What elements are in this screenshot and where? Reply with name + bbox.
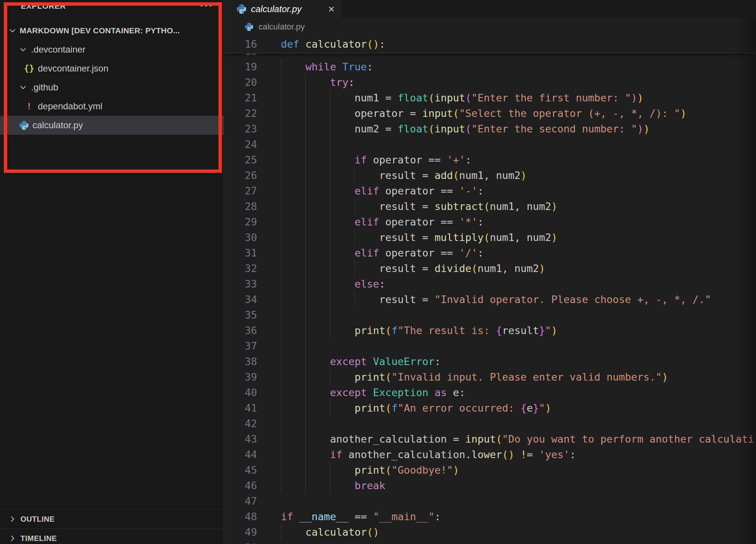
line-number: 27 — [224, 183, 257, 199]
code-text: if __name__ == "__main__": — [281, 509, 441, 524]
code-line-44[interactable]: 44 if another_calculation.lower() != 'ye… — [224, 447, 756, 462]
code-line-49[interactable]: 49 calculator() — [224, 524, 756, 540]
code-line-29[interactable]: 29 elif operator == '*': — [224, 214, 756, 230]
code-text: elif operator == '-': — [281, 183, 483, 199]
code-text: while True: — [281, 59, 373, 75]
code-line-33[interactable]: 33 else: — [224, 276, 756, 292]
line-number: 42 — [224, 416, 257, 431]
code-line-30[interactable]: 30 result = multiply(num1, num2) — [224, 230, 756, 245]
code-line-23[interactable]: 23 num2 = float(input("Enter the second … — [224, 121, 756, 137]
code-line-22[interactable]: 22 operator = input("Select the operator… — [224, 106, 756, 121]
sidebar-item-calculator-py[interactable]: calculator.py — [0, 116, 242, 135]
sidebar-item-devcontainer[interactable]: .devcontainer — [0, 40, 242, 59]
sidebar-item-markdown-dev-container-pytho[interactable]: MARKDOWN [DEV CONTAINER: PYTHO... — [0, 21, 231, 40]
code-line-35[interactable]: 35 — [224, 307, 756, 323]
code-text: print("Invalid input. Please enter valid… — [281, 369, 668, 385]
line-number: 48 — [224, 509, 257, 524]
tab-calculator-py[interactable]: calculator.py ✕ — [224, 0, 342, 18]
code-text: result = divide(num1, num2) — [281, 261, 545, 276]
line-number: 45 — [224, 462, 257, 478]
chevron-right-icon — [8, 534, 17, 542]
python-icon — [243, 22, 255, 31]
code-line-20[interactable]: 20 try: — [224, 75, 756, 90]
line-number: 50 — [224, 540, 257, 544]
line-number: 37 — [224, 338, 257, 354]
item-label: calculator.py — [33, 120, 83, 131]
code-line-50[interactable]: 50 — [224, 540, 756, 544]
chevron-down-icon[interactable] — [8, 26, 17, 35]
line-number: 35 — [224, 307, 257, 323]
code-line-27[interactable]: 27 elif operator == '-': — [224, 183, 756, 199]
code-line-32[interactable]: 32 result = divide(num1, num2) — [224, 261, 756, 276]
code-text: def calculator(): — [281, 36, 385, 53]
sidebar-item-github[interactable]: .github — [0, 78, 242, 97]
item-label: .devcontainer — [31, 44, 85, 55]
sticky-scroll-line[interactable]: 16def calculator(): — [224, 36, 756, 53]
line-number: 40 — [224, 385, 257, 400]
code-line-38[interactable]: 38 except ValueError: — [224, 354, 756, 369]
code-text: another_calculation = input("Do you want… — [281, 431, 754, 447]
code-line-31[interactable]: 31 elif operator == '/': — [224, 245, 756, 261]
item-label: devcontainer.json — [38, 63, 108, 74]
code-line-37[interactable]: 37 — [224, 338, 756, 354]
code-line-42[interactable]: 42 — [224, 416, 756, 431]
code-line-45[interactable]: 45 print("Goodbye!") — [224, 462, 756, 478]
line-number: 38 — [224, 354, 257, 369]
line-number: 20 — [224, 75, 257, 90]
indent-guide — [330, 307, 330, 323]
code-line-48[interactable]: 48if __name__ == "__main__": — [224, 509, 756, 524]
code-text: result = subtract(num1, num2) — [281, 199, 558, 214]
sidebar-item-dependabot-yml[interactable]: !dependabot.yml — [0, 97, 247, 116]
code-line-24[interactable]: 24 — [224, 137, 756, 152]
more-actions-icon[interactable]: ··· — [200, 0, 214, 12]
line-number: 47 — [224, 493, 257, 509]
code-line-26[interactable]: 26 result = add(num1, num2) — [224, 168, 756, 183]
chevron-down-icon[interactable] — [18, 45, 28, 54]
code-line-34[interactable]: 34 result = "Invalid operator. Please ch… — [224, 292, 756, 307]
code-text: result = multiply(num1, num2) — [281, 230, 558, 245]
code-line-21[interactable]: 21 num1 = float(input("Enter the first n… — [224, 90, 756, 106]
code-line-41[interactable]: 41 print(f"An error occurred: {e}") — [224, 400, 756, 416]
line-number: 34 — [224, 292, 257, 307]
code-editor[interactable]: 1819 while True:20 try:21 num1 = float(i… — [224, 0, 756, 544]
code-line-19[interactable]: 19 while True: — [224, 59, 756, 75]
code-text: else: — [281, 276, 385, 292]
tab-bar: calculator.py ✕ — [224, 0, 756, 18]
code-line-46[interactable]: 46 break — [224, 478, 756, 493]
code-line-43[interactable]: 43 another_calculation = input("Do you w… — [224, 431, 756, 447]
line-number: 16 — [224, 36, 257, 53]
indent-guide — [305, 307, 306, 323]
breadcrumb-item[interactable]: calculator.py — [259, 22, 305, 32]
tab-label: calculator.py — [251, 4, 302, 14]
scrollbar-shade — [735, 18, 756, 544]
code-line-28[interactable]: 28 result = subtract(num1, num2) — [224, 199, 756, 214]
indent-guide — [281, 338, 281, 354]
close-icon[interactable]: ✕ — [328, 5, 335, 14]
code-text: except Exception as e: — [281, 385, 465, 400]
code-line-40[interactable]: 40 except Exception as e: — [224, 385, 756, 400]
panel-header-timeline[interactable]: TIMELINE — [0, 528, 223, 544]
panel-label: TIMELINE — [20, 534, 57, 543]
code-text: print("Goodbye!") — [281, 462, 459, 478]
line-number: 44 — [224, 447, 257, 462]
line-number: 43 — [224, 431, 257, 447]
code-line-39[interactable]: 39 print("Invalid input. Please enter va… — [224, 369, 756, 385]
code-line-47[interactable]: 47 — [224, 493, 756, 509]
code-text: except ValueError: — [281, 354, 441, 369]
line-number: 49 — [224, 524, 257, 540]
chevron-down-icon[interactable] — [18, 83, 28, 92]
code-line-36[interactable]: 36 print(f"The result is: {result}") — [224, 323, 756, 338]
line-number: 23 — [224, 121, 257, 137]
line-number: 39 — [224, 369, 257, 385]
sidebar-item-devcontainer-json[interactable]: {}devcontainer.json — [0, 59, 247, 78]
line-number: 28 — [224, 199, 257, 214]
line-number: 29 — [224, 214, 257, 230]
indent-guide — [281, 137, 281, 152]
panel-header-outline[interactable]: OUTLINE — [0, 509, 223, 528]
code-line-25[interactable]: 25 if operator == '+': — [224, 152, 756, 168]
explorer-header: EXPLORER ··· — [0, 0, 223, 18]
explorer-title: EXPLORER — [21, 2, 66, 11]
item-label: dependabot.yml — [38, 101, 102, 112]
indent-guide — [330, 137, 330, 152]
line-number: 24 — [224, 137, 257, 152]
